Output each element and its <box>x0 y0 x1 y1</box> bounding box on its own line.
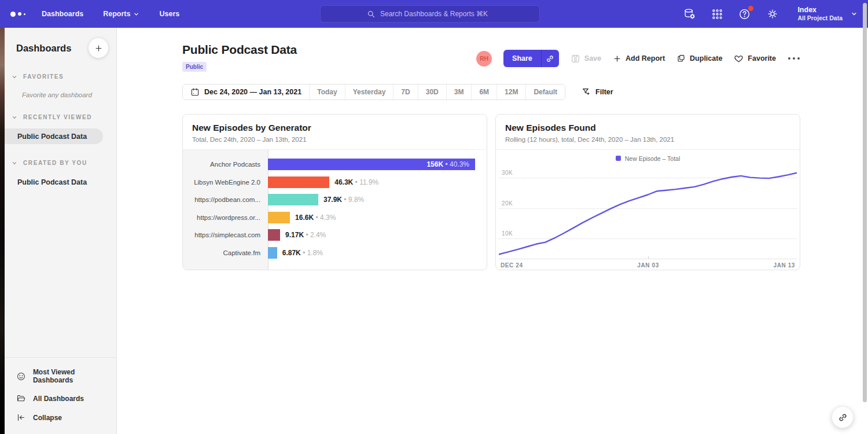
page-title: Public Podcast Data <box>182 43 297 57</box>
date-preset-today[interactable]: Today <box>309 84 344 100</box>
app-logo[interactable] <box>10 12 25 17</box>
bar-track: 46.3K • 11.9% <box>268 176 487 188</box>
avatar[interactable]: RH <box>476 51 492 67</box>
folder-icon <box>16 393 26 403</box>
date-preset-3m[interactable]: 3M <box>446 84 472 100</box>
date-preset-yesterday[interactable]: Yesterday <box>345 84 393 100</box>
bar-chart-subtitle: Total, Dec 24th, 2020 – Jan 13th, 2021 <box>192 136 477 143</box>
bar-row: Captivate.fm6.87K • 1.8% <box>183 244 487 262</box>
bar[interactable]: 156K • 40.3% <box>268 159 475 170</box>
date-preset-7d[interactable]: 7D <box>393 84 417 100</box>
search-icon <box>367 10 376 19</box>
save-button[interactable]: Save <box>571 54 601 64</box>
more-options-button[interactable] <box>788 56 800 61</box>
line-chart-title: New Episodes Found <box>505 123 790 133</box>
bar-row: https://podbean.com...37.9K • 9.8% <box>183 191 487 209</box>
smiley-icon <box>16 372 26 381</box>
bar-row: Anchor Podcasts156K • 40.3% <box>183 156 487 174</box>
bar-chart-body: Anchor Podcasts156K • 40.3%Libsyn WebEng… <box>183 150 487 270</box>
public-badge: Public <box>182 62 207 72</box>
main-content: Public Podcast Data Public RH Share <box>117 28 868 434</box>
chevron-down-icon <box>12 160 17 166</box>
bar[interactable] <box>268 176 329 188</box>
share-button[interactable]: Share <box>503 50 541 67</box>
project-subtitle: All Project Data <box>797 14 843 22</box>
date-presets: TodayYesterday7D30D3M6M12MDefault <box>309 84 565 100</box>
heart-icon <box>734 54 744 64</box>
sidebar-item-public-podcast-data[interactable]: Public Podcast Data <box>0 128 103 144</box>
date-preset-30d[interactable]: 30D <box>418 84 446 100</box>
floating-link-button[interactable] <box>832 406 854 428</box>
date-range-button[interactable]: Dec 24, 2020 — Jan 13, 2021 <box>183 84 309 100</box>
bar-track: 16.6K • 4.3% <box>268 212 487 223</box>
nav-reports[interactable]: Reports <box>103 10 139 18</box>
plus-icon <box>613 54 621 63</box>
date-preset-6m[interactable]: 6M <box>471 84 496 100</box>
duplicate-button[interactable]: Duplicate <box>676 54 722 63</box>
bar-category-label: https://wordpress.or... <box>183 214 268 221</box>
bar-row: https://simplecast.com9.17K • 2.4% <box>183 226 487 244</box>
bar-track: 6.87K • 1.8% <box>268 247 487 259</box>
legend-label: New Episode – Total <box>625 155 681 162</box>
line-chart-subtitle: Rolling (12 hours), total, Dec 24th, 202… <box>505 136 790 143</box>
chevron-down-icon <box>851 10 858 17</box>
share-link-button[interactable] <box>541 50 559 67</box>
vertical-scrollbar[interactable] <box>863 3 867 402</box>
collapse-icon <box>16 413 26 422</box>
favorite-button[interactable]: Favorite <box>734 54 776 64</box>
line-series <box>499 165 797 259</box>
calendar-icon <box>190 87 200 97</box>
background-window-strip <box>0 28 5 434</box>
sidebar: Dashboards FAVORITES Favorite any dashbo… <box>5 28 117 434</box>
apps-grid-icon[interactable] <box>711 8 723 20</box>
date-range-control: Dec 24, 2020 — Jan 13, 2021 TodayYesterd… <box>182 84 565 100</box>
bar[interactable] <box>268 247 277 259</box>
date-preset-12m[interactable]: 12M <box>496 84 525 100</box>
section-created-by-you[interactable]: CREATED BY YOU <box>5 160 87 166</box>
collapse-sidebar-button[interactable]: Collapse <box>5 408 116 427</box>
bar-category-label: Captivate.fm <box>183 249 268 256</box>
nav-users[interactable]: Users <box>159 10 179 18</box>
bar-row: https://wordpress.or...16.6K • 4.3% <box>183 209 487 227</box>
line-chart-card: New Episodes Found Rolling (12 hours), t… <box>495 114 800 270</box>
all-dashboards-button[interactable]: All Dashboards <box>5 389 116 408</box>
nav-dashboards[interactable]: Dashboards <box>42 10 83 18</box>
bar-track: 9.17K • 2.4% <box>268 229 487 241</box>
help-icon[interactable] <box>738 8 751 20</box>
legend-swatch <box>616 156 621 161</box>
settings-gear-icon[interactable] <box>766 8 779 20</box>
bar-value: 9.17K • 2.4% <box>285 231 326 239</box>
bar-value: 16.6K • 4.3% <box>295 214 336 222</box>
project-selector[interactable]: Index All Project Data <box>797 6 858 22</box>
sidebar-item-public-podcast-data-created[interactable]: Public Podcast Data <box>5 174 116 190</box>
chevron-down-icon <box>12 115 17 120</box>
bar-value: 6.87K • 1.8% <box>282 249 323 257</box>
plus-icon <box>94 44 103 53</box>
filter-button[interactable]: Filter <box>582 87 613 97</box>
bar[interactable] <box>268 229 280 241</box>
bar-track: 37.9K • 9.8% <box>268 194 487 205</box>
section-recently-viewed[interactable]: RECENTLY VIEWED <box>5 114 92 120</box>
bar-chart-title: New Episodes by Generator <box>192 123 477 133</box>
ellipsis-icon <box>788 56 800 61</box>
data-sources-icon[interactable] <box>683 8 696 20</box>
bar-category-label: https://simplecast.com <box>183 231 268 238</box>
search-field[interactable] <box>380 10 493 18</box>
bar-chart-card: New Episodes by Generator Total, Dec 24t… <box>182 114 487 270</box>
add-dashboard-button[interactable] <box>89 38 108 58</box>
bar-track: 156K • 40.3% <box>268 159 487 170</box>
search-input[interactable] <box>320 5 540 23</box>
most-viewed-dashboards-button[interactable]: Most Viewed Dashboards <box>5 363 116 389</box>
bar-category-label: Anchor Podcasts <box>183 161 268 168</box>
bar[interactable] <box>268 212 290 223</box>
chevron-down-icon <box>12 74 17 80</box>
x-axis-label: JAN 13 <box>773 262 795 269</box>
line-plot[interactable]: 10K20K30K <box>499 165 797 259</box>
bar[interactable] <box>268 194 318 205</box>
x-axis-label: DEC 24 <box>501 262 523 269</box>
sidebar-footer: Most Viewed Dashboards All Dashboards Co… <box>5 357 116 434</box>
section-favorites[interactable]: FAVORITES <box>5 73 64 80</box>
date-preset-default[interactable]: Default <box>525 84 565 100</box>
add-report-button[interactable]: Add Report <box>613 54 665 63</box>
link-icon <box>838 413 848 422</box>
